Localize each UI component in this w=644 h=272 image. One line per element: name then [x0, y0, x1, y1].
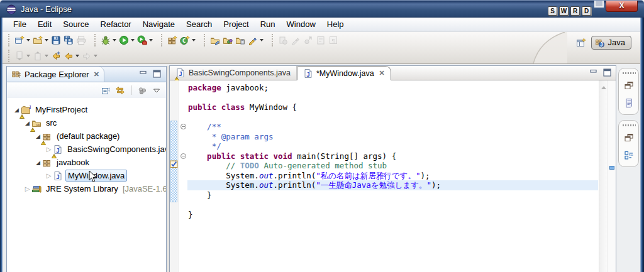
- minimized-view-trays: [618, 68, 639, 172]
- warning-overlay-icon: [174, 74, 179, 79]
- warning-overlay-icon: [52, 151, 57, 156]
- open-type-button[interactable]: [222, 35, 233, 46]
- new-java-package-button[interactable]: [167, 35, 178, 46]
- overview-ruler[interactable]: [608, 80, 616, 272]
- dropdown-arrow-icon[interactable]: [149, 39, 153, 41]
- toolbar-group: [94, 34, 158, 46]
- maximize-view-icon[interactable]: [602, 68, 613, 78]
- new-wizard-button[interactable]: [14, 35, 31, 46]
- tree-item-mywindow-java[interactable]: ▷JMyWindow.java: [7, 169, 166, 182]
- tree-item-javabook[interactable]: ◢javabook: [7, 156, 166, 169]
- dropdown-arrow-icon[interactable]: [131, 39, 135, 41]
- fold-collapse-icon[interactable]: [180, 153, 186, 159]
- tree-item-detail: [JavaSE-1.6]: [123, 184, 166, 193]
- run-button[interactable]: [118, 35, 135, 46]
- menu-project[interactable]: Project: [218, 18, 254, 30]
- dropdown-arrow-icon[interactable]: [26, 55, 30, 57]
- toolbar-group: [8, 50, 103, 62]
- tray-drag-handle[interactable]: [622, 71, 636, 74]
- restore-view-button[interactable]: [622, 131, 636, 144]
- save-all-button[interactable]: [63, 35, 74, 46]
- package-explorer-header: Package Explorer ✕: [7, 67, 166, 82]
- java-editor[interactable]: package javabook;public class MyWindow {…: [170, 80, 616, 272]
- tree-item-src[interactable]: ◢src: [7, 116, 166, 129]
- menu-navigate[interactable]: Navigate: [137, 18, 180, 30]
- maximize-view-icon[interactable]: [152, 69, 162, 79]
- focus-on-active-task-button[interactable]: [136, 85, 148, 96]
- menu-file[interactable]: File: [8, 18, 32, 30]
- tree-item-myfirstproject[interactable]: ◢JMyFirstProject: [7, 103, 166, 116]
- keycap-s: S: [548, 6, 557, 16]
- menu-run[interactable]: Run: [255, 18, 281, 30]
- run-external-button[interactable]: [136, 35, 153, 46]
- twistie-expanded-icon[interactable]: ◢: [35, 160, 42, 166]
- code-line: // TODO Auto-generated method stub: [188, 161, 597, 171]
- twistie-collapsed-icon[interactable]: ▷: [24, 185, 31, 192]
- save-button[interactable]: [50, 35, 62, 46]
- editor-tab-basicswingcomponents-java[interactable]: JBasicSwingComponents.java: [170, 66, 297, 80]
- tray-drag-handle[interactable]: [622, 123, 636, 126]
- tree-item-basicswingcomponents-java[interactable]: ▷JBasicSwingComponents.java: [7, 143, 166, 156]
- dropdown-arrow-icon[interactable]: [94, 55, 97, 57]
- package-icon: [42, 158, 52, 168]
- close-window-button[interactable]: X: [606, 1, 638, 12]
- debug-button[interactable]: [100, 35, 117, 46]
- dropdown-arrow-icon[interactable]: [45, 55, 48, 57]
- open-task-button[interactable]: [209, 35, 221, 46]
- eclipse-window: Java - Eclipse SWRD X FileEditSourceRefa…: [0, 0, 644, 272]
- task-list-icon: [624, 98, 634, 108]
- eclipse-logo-icon: [6, 4, 16, 14]
- minimize-view-icon[interactable]: [589, 68, 599, 78]
- view-menu-button[interactable]: [151, 85, 162, 96]
- task-marker-icon[interactable]: [170, 160, 179, 168]
- fold-collapse-icon[interactable]: [180, 124, 186, 129]
- editor-tab--mywindow-java[interactable]: J*MyWindow.java✕: [297, 66, 391, 80]
- close-view-icon[interactable]: ✕: [94, 70, 99, 79]
- minimize-view-icon[interactable]: [139, 69, 149, 79]
- last-edit-location-icon: [51, 51, 61, 61]
- menu-window[interactable]: Window: [281, 18, 321, 30]
- keycap-overlay: SWRD: [548, 6, 591, 16]
- dropdown-arrow-icon[interactable]: [113, 39, 116, 41]
- svg-text:C: C: [182, 37, 186, 44]
- outline-icon: [624, 150, 634, 160]
- search-button[interactable]: [247, 35, 264, 46]
- link-with-editor-button[interactable]: [114, 85, 126, 96]
- code-line: [188, 200, 597, 210]
- dropdown-arrow-icon[interactable]: [192, 39, 196, 41]
- menu-source[interactable]: Source: [57, 18, 94, 30]
- java-perspective-button[interactable]: J Java: [591, 36, 631, 50]
- package-explorer-tab[interactable]: Package Explorer ✕: [7, 67, 104, 82]
- dropdown-arrow-icon[interactable]: [260, 39, 264, 41]
- tree-item-jre-system-library[interactable]: ▷JRE System Library[JavaSE-1.6]: [7, 182, 166, 195]
- menu-search[interactable]: Search: [180, 18, 218, 30]
- save-all-icon: [64, 35, 74, 45]
- close-tab-icon[interactable]: ✕: [379, 69, 385, 77]
- restore-view-button[interactable]: [622, 79, 636, 92]
- dropdown-arrow-icon[interactable]: [45, 39, 48, 41]
- collapse-all-button[interactable]: [100, 85, 111, 96]
- menu-refactor[interactable]: Refactor: [95, 18, 137, 30]
- tree-item-label: MyFirstProject: [33, 104, 89, 115]
- new-java-class-button[interactable]: C: [179, 35, 196, 46]
- outline-button[interactable]: [622, 149, 636, 161]
- restore-window-icon[interactable]: [594, 1, 604, 8]
- new-java-class-icon: C: [180, 35, 190, 45]
- debug-icon: [101, 35, 111, 45]
- search-icon: [248, 35, 258, 45]
- menu-help[interactable]: Help: [321, 18, 350, 30]
- dropdown-arrow-icon[interactable]: [26, 39, 30, 41]
- open-resource-button[interactable]: [235, 35, 246, 46]
- editor-scrollbar[interactable]: [599, 80, 608, 272]
- menu-edit[interactable]: Edit: [32, 18, 57, 30]
- open-perspective-button[interactable]: [575, 37, 587, 48]
- overview-marker[interactable]: [609, 166, 614, 170]
- new-java-project-button[interactable]: [32, 35, 49, 46]
- svg-text:J: J: [56, 173, 60, 180]
- back-button[interactable]: [63, 50, 80, 62]
- twistie-collapsed-icon[interactable]: ▷: [45, 172, 52, 179]
- task-list-button[interactable]: [622, 97, 636, 109]
- scroll-up-icon[interactable]: [601, 86, 606, 89]
- dropdown-arrow-icon[interactable]: [75, 55, 79, 57]
- last-edit-location-button[interactable]: [50, 50, 62, 62]
